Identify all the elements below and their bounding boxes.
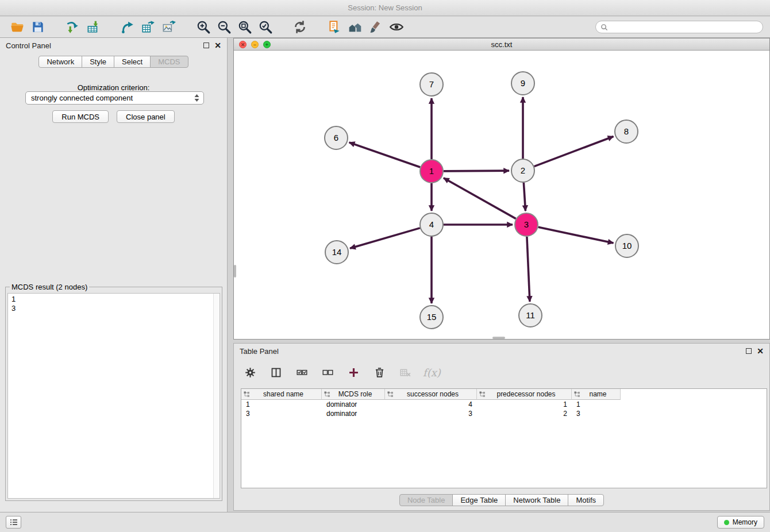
tab-mcds[interactable]: MCDS: [150, 56, 188, 68]
edge-2-3[interactable]: [523, 183, 525, 211]
deselect-all-button[interactable]: [319, 364, 336, 380]
node-7[interactable]: 7: [420, 73, 443, 96]
panel-list-button[interactable]: [6, 516, 21, 529]
node-11[interactable]: 11: [519, 304, 542, 327]
table-cell[interactable]: 1: [477, 400, 572, 409]
close-table-panel-icon[interactable]: ✕: [757, 348, 764, 354]
optimization-select[interactable]: strongly connected component: [25, 91, 204, 105]
search-input[interactable]: [610, 23, 758, 31]
vertical-scrollbar[interactable]: [234, 265, 236, 277]
edge-1-6[interactable]: [349, 142, 421, 167]
close-panel-icon[interactable]: ✕: [214, 42, 221, 49]
table-tab-edge-table[interactable]: Edge Table: [452, 494, 506, 506]
style-brush-icon: [368, 20, 383, 34]
node-1[interactable]: 1: [420, 160, 443, 183]
node-2[interactable]: 2: [511, 159, 534, 182]
column-header-shared-name[interactable]: shared name: [241, 389, 322, 400]
zoom-selected-button[interactable]: [255, 18, 276, 36]
table-row[interactable]: 1dominator411: [241, 400, 767, 409]
node-8[interactable]: 8: [615, 120, 638, 143]
column-header-mcds-role[interactable]: MCDS role: [322, 389, 385, 400]
edge-1-2[interactable]: [444, 171, 509, 171]
table-panel-header: Table Panel ✕: [234, 344, 769, 358]
tab-network[interactable]: Network: [38, 56, 82, 68]
zoom-out-icon: [217, 20, 232, 34]
table-cell[interactable]: 1: [241, 400, 322, 409]
search-icon: [600, 24, 608, 31]
float-panel-icon[interactable]: [203, 43, 209, 48]
window-title: Session: New Session: [348, 3, 422, 12]
add-column-icon: [348, 367, 360, 379]
table-cell[interactable]: 3: [385, 409, 477, 418]
table-tab-network-table[interactable]: Network Table: [505, 494, 568, 506]
export-image-button[interactable]: [159, 18, 179, 36]
refresh-layout-button[interactable]: [290, 18, 310, 36]
mcds-result-content: 13: [7, 293, 220, 499]
zoom-fit-icon: [237, 20, 252, 34]
tab-select[interactable]: Select: [114, 56, 151, 68]
table-cell[interactable]: 3: [572, 409, 621, 418]
table-cell[interactable]: 2: [477, 409, 572, 418]
column-header-name[interactable]: name: [572, 389, 621, 400]
horizontal-scrollbar[interactable]: [492, 337, 505, 339]
edge-3-11[interactable]: [527, 237, 530, 302]
gear-button[interactable]: [242, 364, 258, 380]
close-panel-button[interactable]: Close panel: [117, 110, 175, 123]
tab-style[interactable]: Style: [82, 56, 114, 68]
export-table-button[interactable]: [138, 18, 159, 36]
copy-document-button[interactable]: [324, 18, 345, 36]
minimize-window-icon[interactable]: −: [251, 41, 259, 48]
table-toolbar: f(x): [242, 362, 441, 383]
edge-2-8[interactable]: [534, 136, 614, 166]
result-scrollbar[interactable]: [213, 294, 220, 498]
table-cell[interactable]: dominator: [322, 400, 385, 409]
column-layout-button[interactable]: [268, 364, 284, 380]
node-label: 14: [332, 247, 342, 257]
mcds-result-box: MCDS result (2 nodes) 13: [5, 283, 222, 501]
save-session-button[interactable]: [28, 18, 48, 36]
node-4[interactable]: 4: [420, 213, 443, 236]
node-3[interactable]: 3: [515, 213, 538, 236]
table-tab-node-table[interactable]: Node Table: [399, 494, 453, 506]
add-column-button[interactable]: [345, 364, 361, 380]
column-header-successor-nodes[interactable]: successor nodes: [385, 389, 477, 400]
maximize-window-icon[interactable]: +: [263, 41, 271, 48]
search-box[interactable]: [595, 21, 763, 33]
delete-column-button[interactable]: [371, 364, 387, 380]
node-14[interactable]: 14: [325, 241, 348, 264]
float-table-panel-icon[interactable]: [746, 348, 752, 354]
style-brush-button[interactable]: [365, 18, 386, 36]
edge-4-14[interactable]: [350, 228, 420, 248]
export-network-button[interactable]: [117, 18, 138, 36]
table-cell[interactable]: 1: [572, 400, 621, 409]
node-9[interactable]: 9: [511, 72, 534, 95]
table-tab-motifs[interactable]: Motifs: [568, 494, 604, 506]
table-cell[interactable]: dominator: [322, 409, 385, 418]
zoom-out-button[interactable]: [214, 18, 234, 36]
column-header-predecessor-nodes[interactable]: predecessor nodes: [477, 389, 572, 400]
delete-table-button: [397, 364, 413, 380]
node-10[interactable]: 10: [615, 234, 638, 257]
close-window-icon[interactable]: ✕: [239, 41, 247, 48]
select-all-button[interactable]: [294, 364, 310, 380]
network-window-titlebar[interactable]: ✕ − + scc.txt: [234, 38, 769, 51]
import-table-button[interactable]: [83, 18, 103, 36]
eye-button[interactable]: [386, 18, 407, 36]
memory-button[interactable]: Memory: [717, 516, 764, 529]
edge-3-1[interactable]: [444, 178, 516, 219]
home-button[interactable]: [345, 18, 365, 36]
open-session-button[interactable]: [7, 18, 28, 36]
network-canvas[interactable]: 1234678910111415: [234, 51, 769, 339]
table-cell[interactable]: 4: [385, 400, 477, 409]
open-session-icon: [10, 20, 25, 34]
node-6[interactable]: 6: [325, 126, 348, 149]
run-mcds-button[interactable]: Run MCDS: [52, 110, 109, 123]
node-15[interactable]: 15: [420, 306, 443, 329]
table-cell[interactable]: 3: [241, 409, 322, 418]
zoom-in-button[interactable]: [193, 18, 214, 36]
zoom-fit-button[interactable]: [234, 18, 255, 36]
edge-3-10[interactable]: [538, 227, 614, 243]
list-icon: [10, 519, 18, 526]
table-row[interactable]: 3dominator323: [241, 409, 767, 418]
import-network-button[interactable]: [62, 18, 83, 36]
